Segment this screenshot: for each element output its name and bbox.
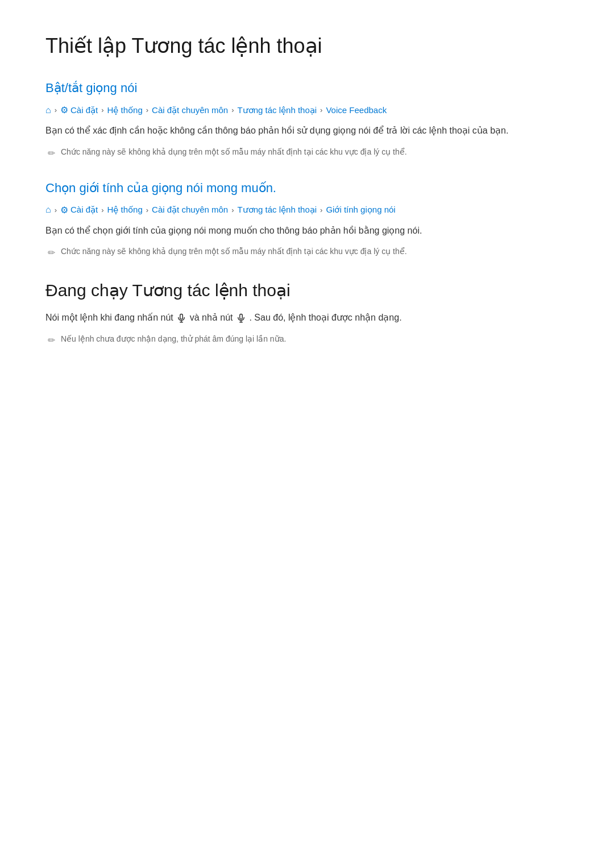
section2-note: ✏ Chức năng này sẽ không khả dụng trên m… [48,246,569,260]
home-icon-2[interactable]: ⌂ [45,205,51,215]
mic-release-icon [236,313,246,323]
separator: › [231,106,234,114]
settings-gear-icon[interactable]: ⚙ [60,105,68,115]
separator: › [101,206,103,214]
separator: › [320,206,322,214]
breadcrumb2-gioi-tinh[interactable]: Giới tính giọng nói [326,205,395,215]
section2-title: Chọn giới tính của giọng nói mong muốn. [45,181,569,196]
section1-description: Bạn có thể xác định cần hoặc không cần t… [45,123,569,138]
section3-note-text: Nếu lệnh chưa được nhận dạng, thử phát â… [61,333,286,345]
separator: › [101,106,103,114]
breadcrumb-2: ⌂ › ⚙ Cài đặt › Hệ thống › Cài đặt chuyê… [45,205,569,215]
section2-description: Bạn có thể chọn giới tính của giọng nói … [45,223,569,238]
section1-note: ✏ Chức năng này sẽ không khả dụng trên m… [48,146,569,160]
breadcrumb-1: ⌂ › ⚙ Cài đặt › Hệ thống › Cài đặt chuyê… [45,105,569,115]
separator: › [320,106,322,114]
separator: › [231,206,234,214]
section1-note-text: Chức năng này sẽ không khả dụng trên một… [61,146,407,158]
breadcrumb-voice-feedback[interactable]: Voice Feedback [326,105,387,115]
breadcrumb-cai-dat-chuyen-mon[interactable]: Cài đặt chuyên môn [152,105,228,115]
section-running: Đang chạy Tương tác lệnh thoại Nói một l… [45,280,569,347]
breadcrumb2-cai-dat-chuyen-mon[interactable]: Cài đặt chuyên môn [152,205,228,215]
pencil-icon-3: ✏ [48,334,55,347]
section-voice-toggle: Bật/tắt giọng nói ⌂ › ⚙ Cài đặt › Hệ thố… [45,81,569,160]
separator: › [55,206,57,214]
breadcrumb2-cai-dat[interactable]: Cài đặt [70,205,98,215]
section-voice-gender: Chọn giới tính của giọng nói mong muốn. … [45,181,569,260]
home-icon[interactable]: ⌂ [45,105,51,115]
svg-rect-3 [240,314,243,319]
section2-note-text: Chức năng này sẽ không khả dụng trên một… [61,246,407,258]
settings-gear-icon-2[interactable]: ⚙ [60,205,68,215]
breadcrumb2-he-thong[interactable]: Hệ thống [107,205,143,215]
svg-rect-0 [180,314,183,319]
mic-press-icon [176,313,186,323]
section3-desc-middle: và nhả nút [190,313,233,322]
section3-desc-after: . Sau đó, lệnh thoại được nhận dạng. [249,313,401,322]
breadcrumb-he-thong[interactable]: Hệ thống [107,105,143,115]
breadcrumb-cai-dat[interactable]: Cài đặt [70,105,98,115]
page-title: Thiết lập Tương tác lệnh thoại [45,34,569,58]
separator: › [55,106,57,114]
section3-desc-before: Nói một lệnh khi đang nhấn nút [45,313,173,322]
section1-title: Bật/tắt giọng nói [45,81,569,95]
breadcrumb-tuong-tac[interactable]: Tương tác lệnh thoại [238,105,317,115]
separator: › [146,206,148,214]
section3-description: Nói một lệnh khi đang nhấn nút và nhả nú… [45,310,569,325]
breadcrumb2-tuong-tac[interactable]: Tương tác lệnh thoại [238,205,317,215]
section3-title: Đang chạy Tương tác lệnh thoại [45,280,569,300]
pencil-icon: ✏ [48,147,55,160]
section3-note: ✏ Nếu lệnh chưa được nhận dạng, thử phát… [48,333,569,347]
separator: › [146,106,148,114]
pencil-icon-2: ✏ [48,246,55,260]
